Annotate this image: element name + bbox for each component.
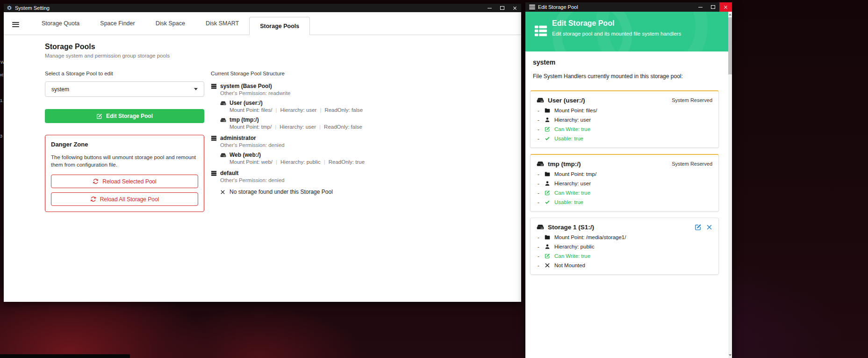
maximize-icon [711,5,715,9]
user-icon [545,181,550,186]
hdd-icon [220,100,226,106]
reload-all-pool-button[interactable]: Reload All Storage Pool [51,192,198,206]
storage-mount: Mount Point: files/ [230,107,272,113]
x-icon [220,190,225,195]
separator: | [275,107,277,113]
reload-selected-pool-button[interactable]: Reload Selected Pool [51,175,198,188]
row-dash: - [538,234,540,240]
handler-row: - Usable: true [537,199,712,205]
storage-mount: Mount Point: web/ [230,159,273,165]
handler-row-text: Hierarchy: public [554,244,595,249]
handlers-description: File System Handlers currently mounted i… [533,73,721,80]
row-dash: - [538,126,540,132]
handler-row: - Mount Point: files/ [537,108,712,113]
refresh-icon [90,196,96,202]
settings-tabbar: Storage Quota Space Finder Disk Space Di… [4,12,521,35]
handler-row-text: Usable: true [554,199,583,205]
storage-readonly: ReadOnly: false [324,124,362,130]
folder-icon [545,234,550,240]
edit-icon [545,190,550,196]
handler-row-text: Mount Point: files/ [554,108,597,113]
close-button[interactable] [509,4,521,12]
page-subtitle: Manage system and permission group stora… [45,53,170,58]
edit-storage-pool-window: Edit Storage Pool Edit Storage Pool Edit… [525,2,732,358]
row-dash: - [538,108,540,113]
tab-disk-space[interactable]: Disk Space [145,12,195,35]
handler-name: User (user:/) [548,97,585,104]
handler-row: - Hierarchy: public [537,244,712,249]
chevron-down-icon [194,88,198,90]
storage-readonly: ReadOnly: true [329,159,365,165]
tab-label: Space Finder [100,20,135,27]
tab-storage-pools[interactable]: Storage Pools [249,17,310,35]
minimize-button[interactable] [483,4,496,12]
storage-pools-panel: Storage Pools Manage system and permissi… [4,35,521,301]
handler-row-text: Not Mounted [554,263,585,268]
row-dash: - [538,199,540,205]
separator: | [275,124,276,130]
check-icon [545,136,550,141]
structure-title: Current Storage Pool Structure [211,71,365,76]
hdd-icon [537,96,544,104]
edit-pool-titlebar[interactable]: Edit Storage Pool [525,2,732,12]
hamburger-menu-icon[interactable] [12,22,19,27]
system-setting-titlebar[interactable]: System Setting [4,4,521,12]
window-title: Edit Storage Pool [538,4,578,10]
minimize-button[interactable] [694,2,707,12]
check-icon [545,199,550,205]
handler-row: - Mount Point: tmp/ [537,171,712,177]
row-dash: - [538,244,540,249]
storage-name: Web (web:/) [230,152,261,158]
handler-row: - Can Write: true [537,190,712,196]
server-icon [211,170,217,176]
desktop-icon-label-fragment: 3 [0,134,2,139]
window-title: System Setting [15,5,50,11]
tab-space-finder[interactable]: Space Finder [90,12,145,35]
pool-child: tmp (tmp:/) Mount Point: tmp/|Hierarchy:… [220,117,365,130]
pool-name: default [220,170,238,176]
handler-row: - Can Write: true [537,126,712,132]
handler-name: Storage 1 (S1:/) [548,224,594,231]
edit-pool-body: system File System Handlers currently mo… [525,51,728,358]
pool-empty-message: No storage found under this Storage Pool [220,189,365,195]
storage-hierarchy: Hierarchy: user [280,107,316,113]
maximize-button[interactable] [707,2,719,12]
storage-readonly: ReadOnly: false [324,107,363,113]
row-dash: - [538,117,540,123]
edit-storage-pool-button[interactable]: Edit Storage Pool [45,109,204,123]
handler-row: - Can Write: true [537,253,712,259]
minimize-icon [698,7,703,7]
handler-card-storage1: Storage 1 (S1:/) - Mount Point: /media/s… [530,218,719,275]
danger-zone-title: Danger Zone [51,141,198,148]
scrollbar-down-icon[interactable] [729,354,732,356]
maximize-button[interactable] [496,4,509,12]
pool-group-system: system (Base Pool) Other's Permission: r… [211,83,365,130]
scrollbar-thumb[interactable] [728,17,732,74]
handler-row-text: Mount Point: tmp/ [554,171,596,177]
tab-label: Disk Space [156,20,185,27]
handler-row: - Usable: true [537,136,712,141]
tab-disk-smart[interactable]: Disk SMART [195,12,249,35]
refresh-icon [93,178,99,184]
folder-icon [545,108,550,113]
remove-handler-button[interactable] [706,224,712,230]
handler-card-user: User (user:/) System Reserved - Mount Po… [530,90,719,148]
system-reserved-badge: System Reserved [672,97,712,103]
edit-handler-button[interactable] [695,224,702,231]
handler-row: - Hierarchy: user [537,181,712,186]
desktop-icon-label-fragment: xt [0,73,3,77]
maximize-icon [500,6,504,10]
pool-empty-text: No storage found under this Storage Pool [230,189,333,195]
scrollbar-up-icon[interactable] [729,14,732,15]
storage-pool-select[interactable]: system [45,81,204,97]
close-button[interactable] [719,2,732,12]
tab-storage-quota[interactable]: Storage Quota [31,12,90,35]
handler-row-text: Can Write: true [554,126,590,132]
storage-mount: Mount Point: tmp/ [230,124,272,130]
pool-name: system (Base Pool) [220,83,272,89]
separator: | [324,159,325,165]
select-pool-label: Select a Storage Pool to edit [45,71,204,76]
scrollbar[interactable] [728,12,732,358]
close-icon [513,6,517,10]
page-title: Storage Pools [45,43,95,51]
